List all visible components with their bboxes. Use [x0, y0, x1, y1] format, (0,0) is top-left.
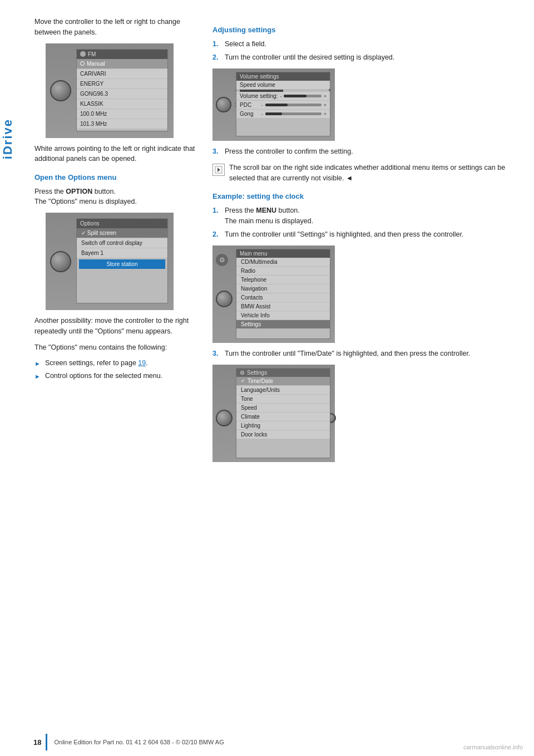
settings-row-time: ✓ Time/Date: [236, 377, 330, 386]
vol-row-pdc: PDC - +: [236, 101, 330, 110]
fm-header-label: FM: [88, 51, 96, 57]
settings-screen-mockup: ⚙ Settings ✓ Time/Date Language/Units To…: [212, 365, 335, 462]
example-heading: Example: setting the clock: [212, 191, 517, 202]
footer-border: [46, 734, 47, 750]
open-options-instruction: Press the OPTION button. The "Options" m…: [34, 186, 196, 208]
option-bold: OPTION: [66, 188, 92, 195]
fm-row-manual: Manual: [77, 59, 167, 69]
ex-step-2: 2. Turn the controller until "Settings" …: [212, 229, 517, 240]
options-displayed-text: The "Options" menu is displayed.: [34, 198, 137, 205]
vol-slider-gong: [265, 112, 322, 115]
settings-knob: [216, 410, 233, 426]
menu-row-vehicle: Vehicle Info: [236, 311, 330, 320]
menu-bold: MENU: [256, 207, 276, 214]
menu-row-settings: Settings: [236, 320, 330, 329]
check-mark-icon: ✓: [241, 378, 245, 384]
bullet-text-2: Control options for the selected menu.: [45, 371, 162, 381]
page-ref-19[interactable]: 19: [138, 359, 146, 367]
menu-screen-inner: Main menu CD/Multimedia Radio Telephone …: [236, 249, 330, 339]
fm-screen-inner: FM Manual CARIVARI ENERGY GONG96.3 KLASS…: [76, 49, 168, 131]
vol-knob: [216, 97, 231, 112]
menu-screen-header: Main menu: [236, 249, 330, 258]
search-icon: [80, 61, 85, 66]
scroll-note: The scroll bar on the right side indicat…: [212, 163, 517, 184]
vol-screen-header: Volume settings: [236, 72, 330, 81]
main-content: Move the controller to the left or right…: [18, 0, 534, 501]
settings-row-climate: Climate: [236, 413, 330, 421]
fm-row-101: 101.3 MHz: [77, 119, 167, 129]
scroll-right-icon: [215, 166, 222, 174]
options-row-switch: Switch off control display: [77, 238, 167, 248]
watermark-logo: carmanualsonline.info: [463, 744, 523, 750]
menu-knob: [216, 291, 233, 307]
options-row-store: Store station: [79, 259, 165, 269]
white-arrows-text: White arrows pointing to the left or rig…: [34, 144, 196, 165]
settings-row-language: Language/Units: [236, 386, 330, 395]
menu-row-navigation: Navigation: [236, 284, 330, 293]
bullet-arrow-2: ►: [34, 372, 41, 381]
page-number: 18: [33, 738, 41, 747]
gear-icon: ⚙: [216, 254, 228, 266]
settings-screen-inner: ⚙ Settings ✓ Time/Date Language/Units To…: [236, 368, 330, 458]
fm-row-energy: ENERGY: [77, 79, 167, 89]
example-step3-list: 3. Turn the controller until "Time/Date"…: [212, 348, 517, 359]
fm-screen-mockup: ↓ FM Manual CARIVARI ENERGY GONG96.3 KLA…: [46, 43, 174, 138]
sidebar-label: iDrive: [0, 78, 16, 200]
fm-screen-header: FM: [77, 50, 167, 59]
options-screen-mockup: Options ✓ Split screen Switch off contro…: [46, 213, 174, 310]
open-options-heading: Open the Options menu: [34, 172, 196, 183]
menu-row-bmw: BMW Assist: [236, 302, 330, 311]
settings-row-speed: Speed: [236, 404, 330, 413]
options-row-split: ✓ Split screen: [77, 228, 167, 238]
menu-row-radio: Radio: [236, 267, 330, 276]
svg-marker-1: [217, 168, 220, 172]
options-screen-inner: Options ✓ Split screen Switch off contro…: [76, 218, 168, 303]
another-possibility: Another possibility: move the controller…: [34, 316, 196, 337]
intro-paragraph: Move the controller to the left or right…: [34, 17, 196, 38]
adjust-step-2: 2. Turn the controller until the desired…: [212, 52, 517, 63]
options-contains: The "Options" menu contains the followin…: [34, 342, 196, 353]
options-screen-header: Options: [77, 219, 167, 228]
adjusting-step3-list: 3. Press the controller to confirm the s…: [212, 146, 517, 157]
scroll-indicator-box: [212, 164, 225, 176]
main-menu-screen-mockup: ⚙ Main menu CD/Multimedia Radio Telephon…: [212, 246, 335, 343]
footer-text: Online Edition for Part no. 01 41 2 604 …: [54, 739, 224, 745]
options-row-bayern: Bayern 1: [77, 248, 167, 258]
bullet-arrow-1: ►: [34, 359, 41, 369]
vol-slider-pdc: [265, 104, 322, 106]
settings-row-doorlocks: Door locks: [236, 430, 330, 439]
bullet-item-2: ► Control options for the selected menu.: [34, 371, 196, 381]
fm-knob: [50, 80, 71, 101]
vol-row-gong: Gong - +: [236, 110, 330, 119]
adjust-step-3: 3. Press the controller to confirm the s…: [212, 146, 517, 157]
idrive-text: iDrive: [1, 119, 15, 159]
settings-row-lighting: Lighting: [236, 421, 330, 430]
bullet-item-1: ► Screen settings, refer to page 19.: [34, 358, 196, 369]
example-steps: 1. Press the MENU button. The main menu …: [212, 205, 517, 240]
adjusting-settings-heading: Adjusting settings: [212, 24, 517, 36]
vol-screen-inner: Volume settings Speed volume + - Volume …: [236, 72, 330, 136]
options-bullet-list: ► Screen settings, refer to page 19. ► C…: [34, 358, 196, 381]
bullet-text-1: Screen settings, refer to page 19.: [45, 358, 148, 369]
vol-slider-setting: [284, 95, 321, 97]
vol-speed-label: Speed volume: [236, 81, 330, 90]
fm-row-gong: GONG96.3: [77, 89, 167, 99]
options-knob: [50, 251, 71, 272]
ex-step-1: 1. Press the MENU button. The main menu …: [212, 205, 517, 227]
menu-row-contacts: Contacts: [236, 293, 330, 302]
fm-icon: [80, 51, 86, 57]
fm-row-100: 100.0 MHz: [77, 109, 167, 119]
settings-row-tone: Tone: [236, 395, 330, 404]
vol-row-setting: Volume setting: - +: [236, 92, 330, 101]
menu-row-cd: CD/Multimedia: [236, 258, 330, 267]
left-column: Move the controller to the left or right…: [34, 17, 196, 468]
fm-row-carivari: CARIVARI: [77, 69, 167, 79]
adjust-step-1: 1. Select a field.: [212, 39, 517, 50]
fm-row-klassik: KLASSIK: [77, 99, 167, 109]
footer: 18 Online Edition for Part no. 01 41 2 6…: [0, 728, 534, 756]
settings-screen-header: ⚙ Settings: [236, 369, 330, 377]
menu-row-telephone: Telephone: [236, 276, 330, 284]
volume-screen-mockup: Volume settings Speed volume + - Volume …: [212, 68, 335, 141]
adjusting-steps: 1. Select a field. 2. Turn the controlle…: [212, 39, 517, 63]
right-column: Adjusting settings 1. Select a field. 2.…: [212, 17, 517, 468]
